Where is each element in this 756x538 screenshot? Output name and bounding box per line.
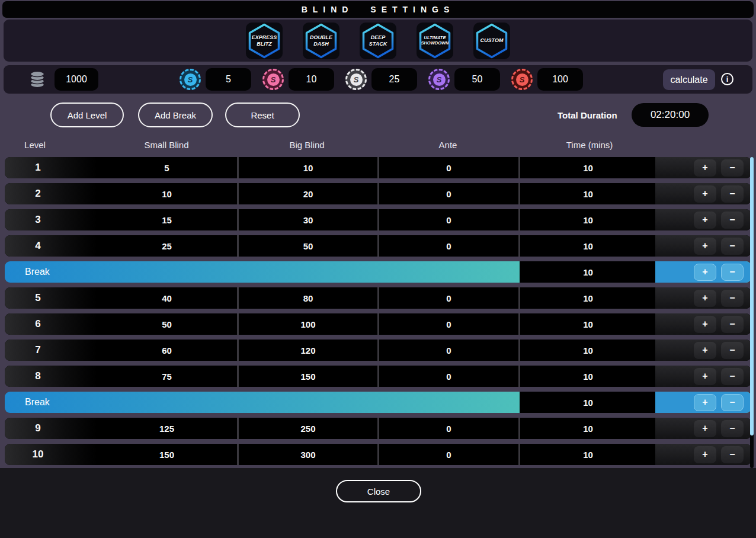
ante-input[interactable]: 0	[379, 366, 518, 387]
big-blind-input[interactable]: 20	[239, 183, 377, 204]
decrease-time-button[interactable]: −	[721, 264, 744, 281]
small-blind-input[interactable]: 25	[97, 235, 237, 257]
time-input[interactable]: 10	[520, 235, 656, 257]
small-blind-input[interactable]: 60	[97, 340, 237, 361]
ante-input[interactable]: 0	[379, 235, 518, 257]
big-blind-input[interactable]: 300	[239, 444, 377, 465]
time-input[interactable]: 10	[520, 366, 656, 387]
decrease-time-button[interactable]: −	[721, 394, 744, 411]
preset-label-line: BLITZ	[257, 41, 272, 47]
ante-input[interactable]: 0	[379, 418, 518, 439]
scrollbar-thumb[interactable]	[750, 157, 754, 435]
increase-time-button[interactable]: +	[694, 368, 716, 385]
small-blind-input[interactable]: 50	[97, 313, 237, 335]
small-blind-input[interactable]: 75	[97, 366, 237, 387]
white-chip-value-input[interactable]	[371, 68, 417, 91]
decrease-time-button[interactable]: −	[721, 420, 744, 437]
increase-time-button[interactable]: +	[694, 316, 716, 333]
big-blind-input[interactable]: 10	[239, 157, 377, 178]
blind-level-row: 760120010+−	[5, 340, 751, 361]
big-blind-input[interactable]: 50	[239, 235, 377, 257]
chip-letter: S	[433, 73, 446, 86]
big-blind-input[interactable]: 120	[239, 340, 377, 361]
time-input[interactable]: 10	[520, 157, 656, 178]
ante-input[interactable]: 0	[379, 313, 518, 335]
preset-deep-stack[interactable]: DEEPSTACK	[360, 23, 396, 59]
red-chip-value-input[interactable]	[537, 68, 583, 91]
big-blind-input[interactable]: 150	[239, 366, 377, 387]
small-blind-input[interactable]: 40	[97, 287, 237, 309]
decrease-time-button[interactable]: −	[721, 290, 744, 307]
increase-time-button[interactable]: +	[694, 238, 716, 255]
chip-letter: S	[516, 73, 528, 86]
decrease-time-button[interactable]: −	[721, 342, 744, 359]
decrease-time-button[interactable]: −	[721, 185, 744, 203]
small-blind-input[interactable]: 125	[97, 418, 237, 439]
time-input[interactable]: 10	[520, 209, 656, 230]
add-break-button[interactable]: Add Break	[138, 103, 213, 127]
big-blind-input[interactable]: 30	[239, 209, 377, 230]
scrollbar-track[interactable]	[750, 157, 754, 468]
preset-ultimate-showdown[interactable]: ULTIMATESHOWDOWN	[417, 23, 453, 59]
increase-time-button[interactable]: +	[694, 394, 716, 411]
purple-chip-value-input[interactable]	[454, 68, 500, 91]
small-blind-input[interactable]: 15	[97, 209, 237, 230]
decrease-time-button[interactable]: −	[721, 159, 744, 177]
big-blind-input[interactable]: 80	[239, 287, 377, 309]
ante-input[interactable]: 0	[379, 340, 518, 361]
small-blind-input[interactable]: 5	[97, 157, 237, 178]
blue-chip-icon: S	[180, 69, 201, 90]
decrease-time-button[interactable]: −	[721, 368, 744, 385]
decrease-time-button[interactable]: −	[721, 446, 744, 463]
calculate-button[interactable]: calculate	[663, 69, 715, 90]
level-number: 6	[5, 318, 71, 330]
time-input[interactable]: 10	[520, 340, 656, 361]
increase-time-button[interactable]: +	[694, 446, 716, 463]
big-blind-input[interactable]: 100	[239, 313, 377, 335]
close-button[interactable]: Close	[336, 480, 421, 502]
increase-time-button[interactable]: +	[694, 212, 716, 229]
starting-stack-input[interactable]	[55, 68, 98, 91]
preset-double-dash[interactable]: DOUBLEDASH	[303, 23, 339, 59]
time-input[interactable]: 10	[520, 287, 656, 309]
pink-chip-value-input[interactable]	[289, 68, 334, 91]
time-input[interactable]: 10	[520, 444, 656, 465]
blue-chip-value-input[interactable]	[206, 68, 251, 91]
blind-level-row: 875150010+−	[5, 366, 751, 387]
time-input[interactable]: 10	[520, 418, 656, 439]
increase-time-button[interactable]: +	[694, 185, 716, 203]
page-title: BLIND SETTINGS	[302, 5, 455, 14]
ante-input[interactable]: 0	[379, 444, 518, 465]
increase-time-button[interactable]: +	[694, 159, 716, 177]
time-input[interactable]: 10	[520, 183, 656, 204]
small-blind-input[interactable]: 10	[97, 183, 237, 204]
decrease-time-button[interactable]: −	[721, 212, 744, 229]
preset-express-blitz[interactable]: EXPRESSBLITZ	[246, 23, 283, 59]
increase-time-button[interactable]: +	[694, 420, 716, 437]
ante-input[interactable]: 0	[379, 157, 518, 178]
ante-input[interactable]: 0	[379, 287, 518, 309]
purple-chip-icon: S	[428, 69, 450, 90]
time-input[interactable]: 10	[520, 313, 656, 335]
reset-button[interactable]: Reset	[225, 103, 300, 127]
add-level-button[interactable]: Add Level	[50, 103, 124, 127]
cell-divider	[237, 157, 239, 178]
preset-custom[interactable]: CUSTOM	[473, 23, 510, 59]
small-blind-input[interactable]: 150	[97, 444, 237, 465]
ante-input[interactable]: 0	[379, 209, 518, 230]
increase-time-button[interactable]: +	[694, 290, 716, 307]
decrease-time-button[interactable]: −	[721, 316, 744, 333]
time-stepper: +−	[655, 235, 751, 257]
cell-divider	[237, 287, 239, 309]
chip-letter: S	[184, 73, 197, 86]
big-blind-input[interactable]: 250	[239, 418, 377, 439]
break-time-input[interactable]: 10	[520, 261, 656, 283]
increase-time-button[interactable]: +	[694, 342, 716, 359]
ante-input[interactable]: 0	[379, 183, 518, 204]
cell-divider	[518, 209, 520, 230]
info-icon[interactable]: i	[721, 73, 733, 85]
break-time-input[interactable]: 10	[520, 392, 656, 413]
header-time: Time (mins)	[566, 140, 613, 150]
decrease-time-button[interactable]: −	[721, 238, 744, 255]
increase-time-button[interactable]: +	[694, 264, 716, 281]
